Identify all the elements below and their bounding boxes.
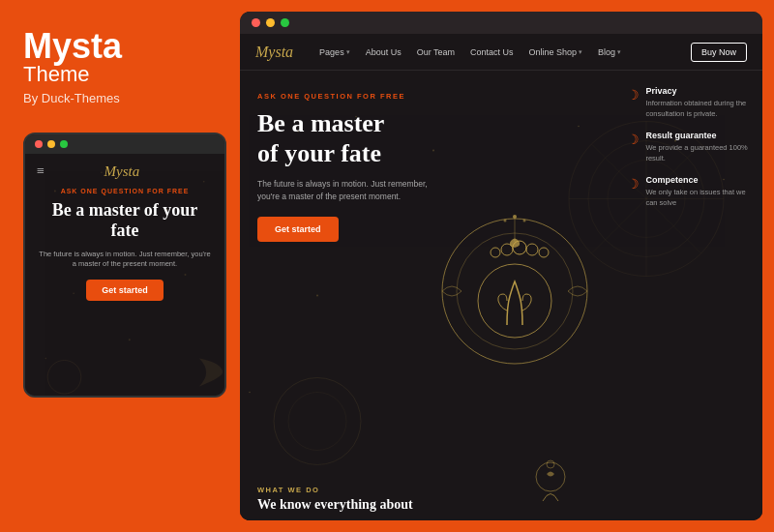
svg-point-38 (522, 219, 525, 222)
mobile-dot-red (35, 140, 43, 148)
nav-shop[interactable]: Online Shop ▾ (522, 47, 590, 57)
desktop-nav-links: Pages ▾ About Us Our Team Contact Us Onl… (313, 47, 691, 57)
hero-bottom-section: WHAT WE DO We know everything about (240, 453, 762, 520)
hero-heading: Be a master of your fate (257, 108, 453, 168)
what-we-do-label: WHAT WE DO (257, 486, 413, 494)
svg-point-34 (478, 264, 551, 338)
mobile-dot-yellow (47, 140, 55, 148)
nav-about[interactable]: About Us (359, 47, 408, 57)
mobile-content: ≡ Mysta ASK ONE QUESTION FOR FREE Be a m… (25, 154, 224, 396)
hero-ask-label: ASK ONE QUESTION FOR FREE (257, 92, 453, 101)
feature-result-text: Result guarantee We provide a guaranteed… (645, 131, 753, 163)
svg-point-3 (203, 181, 205, 183)
svg-point-6 (129, 339, 131, 340)
privacy-crescent-icon: ☽ (627, 87, 640, 103)
mobile-dot-green (60, 140, 68, 148)
feature-competence-title: Competence (645, 175, 753, 185)
feature-privacy: ☽ Privacy Information obtained during th… (627, 86, 753, 119)
svg-point-1 (101, 171, 103, 173)
left-panel: Mysta Theme By Duck-Themes (0, 0, 240, 532)
svg-point-2 (165, 208, 167, 210)
mobile-mockup: ≡ Mysta ASK ONE QUESTION FOR FREE Be a m… (23, 133, 226, 398)
desktop-dot-green (281, 18, 289, 27)
svg-point-8 (47, 360, 81, 394)
svg-point-5 (73, 292, 74, 294)
desktop-browser-bar (240, 12, 762, 34)
feature-competence-desc: We only take on issues that we can solve (645, 188, 753, 208)
result-crescent-icon: ☽ (627, 132, 640, 148)
mobile-bg-svg (25, 154, 224, 396)
hero-heading-line1: Be a master (257, 109, 384, 137)
feature-result: ☽ Result guarantee We provide a guarante… (627, 131, 753, 163)
svg-point-28 (457, 233, 573, 349)
feature-privacy-text: Privacy Information obtained during the … (645, 86, 753, 119)
desktop-logo: Mysta (255, 44, 293, 61)
competence-crescent-icon: ☽ (627, 176, 640, 192)
hero-features: ☽ Privacy Information obtained during th… (627, 86, 753, 208)
svg-point-40 (547, 460, 554, 468)
desktop-nav: Mysta Pages ▾ About Us Our Team Contact … (240, 34, 762, 71)
feature-competence: ☽ Competence We only take on issues that… (627, 175, 753, 208)
svg-point-33 (539, 248, 549, 257)
what-we-do-heading: We know everything about (257, 497, 413, 513)
bottom-text: WHAT WE DO We know everything about (257, 486, 413, 513)
nav-pages[interactable]: Pages ▾ (313, 47, 357, 57)
brand-name: Mysta (23, 27, 217, 66)
svg-point-29 (491, 248, 500, 257)
svg-point-32 (526, 244, 538, 255)
desktop-dot-red (252, 18, 260, 27)
bottom-figure-svg (521, 453, 580, 520)
buy-now-button[interactable]: Buy Now (691, 43, 747, 62)
hero-cta-button[interactable]: Get started (257, 217, 339, 242)
brand-by: By Duck-Themes (23, 91, 217, 105)
feature-privacy-title: Privacy (645, 86, 753, 96)
svg-point-39 (536, 462, 565, 491)
svg-point-0 (54, 190, 56, 192)
svg-point-37 (503, 219, 506, 222)
desktop-dot-yellow (266, 18, 275, 27)
mobile-browser-bar (25, 134, 224, 154)
nav-team[interactable]: Our Team (410, 47, 461, 57)
hero-description: The future is always in motion. Just rem… (257, 178, 451, 203)
brand-block: Mysta Theme By Duck-Themes (23, 27, 217, 105)
desktop-hero: ASK ONE QUESTION FOR FREE Be a master of… (240, 71, 762, 520)
feature-competence-text: Competence We only take on issues that w… (645, 175, 753, 208)
svg-point-4 (185, 274, 187, 276)
svg-point-36 (513, 215, 517, 219)
nav-contact[interactable]: Contact Us (463, 47, 521, 57)
hero-heading-line2: of your fate (257, 139, 381, 167)
svg-point-7 (45, 357, 46, 358)
desktop-mockup: Mysta Pages ▾ About Us Our Team Contact … (240, 12, 762, 520)
feature-result-desc: We provide a guaranteed 100% result. (645, 143, 753, 163)
nav-blog[interactable]: Blog ▾ (591, 47, 628, 57)
feature-privacy-desc: Information obtained during the consulta… (645, 99, 753, 119)
right-panel: Mysta Pages ▾ About Us Our Team Contact … (240, 0, 774, 532)
feature-result-title: Result guarantee (645, 131, 753, 140)
